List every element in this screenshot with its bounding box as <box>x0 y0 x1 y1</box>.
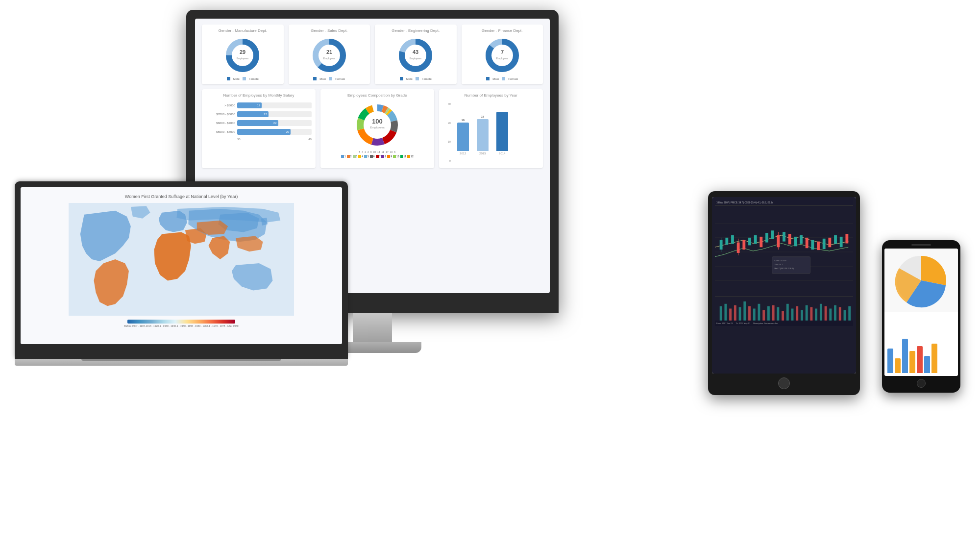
svg-rect-68 <box>720 306 722 321</box>
fin-female-label: Female <box>508 77 518 80</box>
svg-rect-51 <box>783 232 785 241</box>
salary-title: Number of Employees by Monthly Salary <box>206 93 312 98</box>
svg-text:7: 7 <box>501 49 504 55</box>
tablet-screen: 18 Mar 2007 | PRICE: 39.7 | CSE0-25.4/(-… <box>712 197 856 374</box>
year-card: Number of Employees by Year 30 20 10 0 <box>439 89 543 168</box>
bar-row-1: > $8000 13 <box>206 102 312 108</box>
engineering-card: Gender - Engineering Dept. 43 Employees <box>375 25 457 84</box>
phone-bar-col-5 <box>917 346 923 373</box>
manufacture-card: Gender - Manufacture Dept. 29 Employees <box>202 25 284 84</box>
tablet-content: 18 Mar 2007 | PRICE: 39.7 | CSE0-25.4/(-… <box>712 197 856 374</box>
svg-text:Employees: Employees <box>496 57 508 60</box>
sales-male-label: Male <box>319 77 326 80</box>
phone-bezel <box>882 240 960 393</box>
tablet-home-button[interactable] <box>778 377 790 389</box>
eng-male-dot <box>400 77 403 80</box>
fin-male-label: Male <box>492 77 499 80</box>
map-container: Women First Granted Suffrage at National… <box>21 187 342 344</box>
volume-chart <box>715 296 853 321</box>
svg-rect-45 <box>754 235 757 244</box>
laptop-base <box>15 359 348 366</box>
svg-rect-61 <box>840 237 843 247</box>
phone-bar-col-4 <box>909 351 915 373</box>
phone <box>882 240 960 393</box>
phone-home-button[interactable] <box>917 379 926 388</box>
grade-title: Employees Composition by Grade <box>324 93 430 98</box>
donut-charts-row: Gender - Manufacture Dept. 29 Employees <box>202 25 543 84</box>
svg-rect-75 <box>753 309 756 321</box>
svg-rect-76 <box>758 304 760 321</box>
female-label: Female <box>249 77 259 80</box>
svg-rect-46 <box>760 237 762 247</box>
svg-rect-60 <box>834 235 837 244</box>
bar-label-2: $7000 - $8000 <box>206 113 235 116</box>
world-map-svg <box>27 203 335 316</box>
svg-rect-71 <box>734 305 736 321</box>
salary-card: Number of Employees by Monthly Salary > … <box>202 89 316 168</box>
phone-content <box>884 249 958 376</box>
svg-rect-86 <box>806 305 808 321</box>
sales-female-label: Female <box>335 77 345 80</box>
phone-speaker <box>911 244 931 246</box>
svg-rect-69 <box>724 304 727 321</box>
tablet: 18 Mar 2007 | PRICE: 39.7 | CSE0-25.4/(-… <box>708 191 860 395</box>
svg-rect-53 <box>794 237 797 246</box>
svg-rect-73 <box>743 301 746 321</box>
manufacture-donut: 29 Employees Male Female <box>206 36 280 80</box>
svg-rect-54 <box>800 235 803 244</box>
svg-text:Employees: Employees <box>370 126 385 129</box>
bar-fill-3: 22 <box>237 120 278 126</box>
sales-legend: Male Female <box>313 77 345 80</box>
laptop-lid: Women First Granted Suffrage at National… <box>15 181 348 359</box>
bar-track-2: 17 <box>237 111 312 117</box>
phone-bar-col-6 <box>924 356 930 373</box>
monitor-stand-neck <box>353 313 392 342</box>
svg-text:Net: 7 (28.2-26.2-26.6): Net: 7 (28.2-26.2-26.6) <box>775 267 794 270</box>
svg-rect-85 <box>801 310 803 320</box>
svg-rect-77 <box>762 310 765 320</box>
volume-svg <box>715 297 853 321</box>
engineering-legend: Male Female <box>400 77 432 80</box>
sales-card: Gender - Sales Dept. 21 Employees <box>289 25 370 84</box>
svg-rect-83 <box>791 309 794 321</box>
svg-text:Close: 35.500: Close: 35.500 <box>775 259 786 262</box>
svg-rect-44 <box>748 238 751 246</box>
laptop-screen: Women First Granted Suffrage at National… <box>21 187 342 344</box>
svg-rect-94 <box>844 310 846 320</box>
fin-female-dot <box>502 77 505 80</box>
svg-text:43: 43 <box>413 49 418 55</box>
tablet-bezel: 18 Mar 2007 | PRICE: 39.7 | CSE0-25.4/(-… <box>708 191 860 395</box>
engineering-title: Gender - Engineering Dept. <box>379 28 453 33</box>
map-legend <box>27 320 335 324</box>
svg-rect-82 <box>786 304 789 321</box>
svg-rect-57 <box>817 242 820 250</box>
svg-rect-89 <box>820 304 822 321</box>
phone-pie-area <box>884 249 958 312</box>
svg-text:Yest: 34.7: Yest: 34.7 <box>775 263 783 266</box>
svg-rect-90 <box>825 306 827 321</box>
male-label: Male <box>233 77 240 80</box>
svg-rect-92 <box>834 305 836 321</box>
year-title: Number of Employees by Year <box>443 93 539 98</box>
fin-male-dot <box>486 77 490 80</box>
manufacture-donut-svg: 29 Employees <box>223 36 262 75</box>
bar-label-1: > $8000 <box>206 104 235 107</box>
laptop-hinge <box>81 359 281 361</box>
bar-track-4: 29 <box>237 129 312 135</box>
grade-donut: 100 Employees 54229 10141117106 <box>324 100 430 158</box>
svg-rect-48 <box>771 230 774 239</box>
engineering-donut: 43 Employees Male Female <box>379 36 453 80</box>
finance-legend: Male Female <box>486 77 518 80</box>
svg-rect-79 <box>772 305 775 321</box>
svg-rect-39 <box>725 238 728 245</box>
finance-donut-svg: 7 Employees <box>483 36 522 75</box>
bar-label-3: $6000 - $7000 <box>206 122 235 125</box>
grade-card: Employees Composition by Grade <box>320 89 434 168</box>
svg-rect-55 <box>806 238 808 248</box>
salary-bars: > $8000 13 $7000 - $8000 17 <box>206 100 312 143</box>
svg-rect-80 <box>777 307 779 321</box>
laptop: Women First Granted Suffrage at National… <box>15 181 348 366</box>
svg-text:29: 29 <box>240 49 245 55</box>
phone-bar-col-3 <box>902 339 908 373</box>
svg-text:100: 100 <box>372 118 383 125</box>
